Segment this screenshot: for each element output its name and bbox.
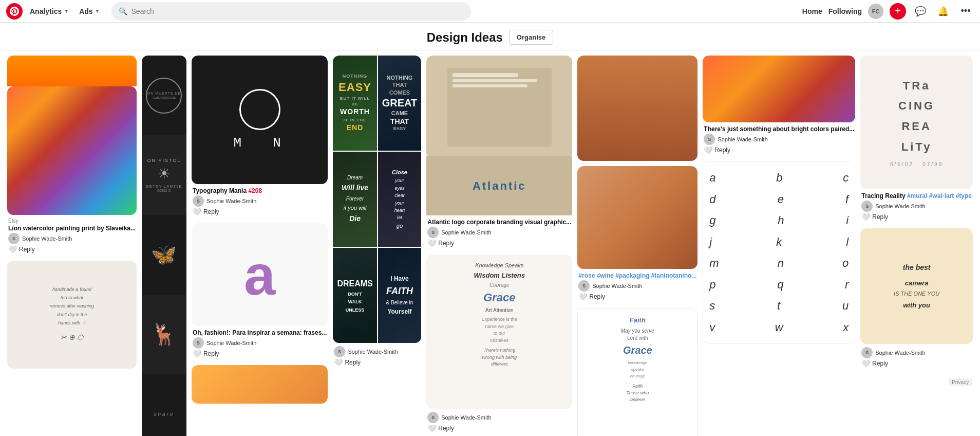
pin-card-clipboard[interactable]: Atlantic ••• Atlantic logo corporate bra… bbox=[426, 56, 572, 249]
privacy-badge: Privacy bbox=[860, 375, 973, 388]
messages-button[interactable]: 💬 bbox=[912, 3, 929, 20]
pin-card-dark-series[interactable]: ON MUERTE DE ALBUQUERQUE ON PISTOL ☀ BET… bbox=[142, 56, 186, 436]
pin-card-lion[interactable]: ••• Etsy Lion watercolor painting print … bbox=[7, 56, 137, 256]
masonry-col-3: Nothing EASY BUT IT WILL BE WORTH IT IN … bbox=[333, 56, 421, 369]
pin-card-typo-grid[interactable]: Nothing EASY BUT IT WILL BE WORTH IT IN … bbox=[333, 56, 421, 369]
board-title: Design Ideas bbox=[427, 30, 503, 45]
user-avatar[interactable]: FC bbox=[868, 4, 883, 19]
ads-label: Ads bbox=[79, 7, 92, 15]
organise-button[interactable]: Organise bbox=[509, 30, 553, 45]
following-link[interactable]: Following bbox=[828, 7, 862, 15]
board-header: Design Ideas Organise bbox=[0, 23, 980, 50]
add-button[interactable]: + bbox=[890, 3, 906, 20]
user-initials: FC bbox=[872, 8, 880, 14]
masonry-col-0: ••• Etsy Lion watercolor painting print … bbox=[7, 56, 137, 369]
more-button[interactable]: ••• bbox=[957, 3, 974, 20]
pin-card-alphabet[interactable]: abc def ghi jkl mno bbox=[703, 161, 855, 344]
masonry-container: ••• Etsy Lion watercolor painting print … bbox=[0, 50, 980, 436]
home-link[interactable]: Home bbox=[802, 7, 822, 15]
masonry-grid: ••• Etsy Lion watercolor painting print … bbox=[7, 56, 973, 436]
nav-right: Home Following FC + 💬 🔔 ••• bbox=[802, 3, 974, 20]
pin-card-copper[interactable] bbox=[577, 56, 698, 161]
search-icon: 🔍 bbox=[119, 7, 127, 15]
masonry-col-1: ON MUERTE DE ALBUQUERQUE ON PISTOL ☀ BET… bbox=[142, 56, 186, 436]
pin-card-camera[interactable]: the best camera IS THE ONE YOU with you … bbox=[860, 228, 973, 370]
notifications-button[interactable]: 🔔 bbox=[935, 3, 951, 20]
top-navigation: Analytics ▼ Ads ▼ 🔍 Home Following FC + … bbox=[0, 0, 980, 23]
ads-menu[interactable]: Ads ▼ bbox=[76, 5, 103, 17]
page-content: Design Ideas Organise ••• Etsy Lion wate… bbox=[0, 23, 980, 436]
search-bar[interactable]: 🔍 bbox=[111, 2, 471, 21]
pin-card-notebook2[interactable]: Faith May you serve Lord with Grace know… bbox=[577, 308, 698, 436]
analytics-label: Analytics bbox=[30, 7, 62, 15]
masonry-col-4: Atlantic ••• Atlantic logo corporate bra… bbox=[426, 56, 572, 434]
privacy-label: Privacy bbox=[949, 378, 972, 386]
pinterest-logo[interactable] bbox=[6, 3, 23, 20]
masonry-col-6: ••• There's just something about bright … bbox=[703, 56, 855, 344]
pin-card-calli[interactable]: Knowledge Speaks Wisdom Listens Courage … bbox=[426, 255, 572, 434]
pin-card-fabric[interactable]: handmade & foundtoo to whatremove after … bbox=[7, 261, 137, 369]
pin-card-tracing[interactable]: TRa CING REA LiTy 6/6/02 · 07/99 ••• Tra… bbox=[860, 56, 973, 223]
pin-card-moon[interactable]: M N ••• Typography Mania #208 S Sophie W… bbox=[192, 56, 328, 218]
masonry-col-7: TRa CING REA LiTy 6/6/02 · 07/99 ••• Tra… bbox=[860, 56, 973, 388]
pin-card-rose[interactable]: ••• #rose #wine #packaging #taninotanino… bbox=[577, 166, 698, 303]
masonry-col-2: M N ••• Typography Mania #208 S Sophie W… bbox=[192, 56, 328, 404]
masonry-col-5: ••• #rose #wine #packaging #taninotanino… bbox=[577, 56, 698, 436]
pin-card-fashion[interactable]: a ••• Oh, fashion!: Para inspirar a sema… bbox=[192, 223, 328, 360]
pin-card-bright[interactable]: ••• There's just something about bright … bbox=[703, 56, 855, 156]
analytics-chevron: ▼ bbox=[64, 8, 69, 14]
pin-card-box[interactable] bbox=[192, 365, 328, 404]
ads-chevron: ▼ bbox=[95, 8, 100, 14]
analytics-menu[interactable]: Analytics ▼ bbox=[27, 5, 72, 17]
search-input[interactable] bbox=[131, 7, 464, 15]
